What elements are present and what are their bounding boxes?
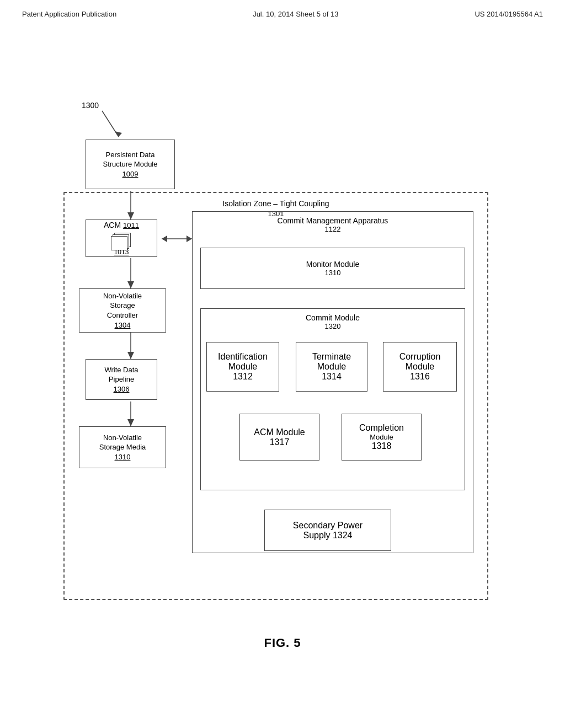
write-data-line2: Pipeline [109,374,134,384]
svg-line-0 [102,111,119,137]
sec-pwr-line2: Supply [303,531,331,540]
nv-ctrl-line3: Controller [107,311,138,320]
id-line2: Module [228,362,257,372]
monitor-module-box: Monitor Module 1310 [200,248,465,289]
sec-pwr-line1: Secondary Power [293,521,363,531]
acm-box: ACM 1011 1013 [86,220,157,257]
term-ref: 1314 [322,372,342,382]
monitor-module-label: Monitor Module [306,260,360,269]
commit-mgmt-outer-box: Commit Management Apparatus 1122 Monitor… [192,211,473,553]
diagram-container: 1300 Persistent Data Structure Module 10… [0,18,565,680]
nv-ctrl-ref: 1304 [115,320,131,330]
corr-ref: 1316 [410,372,430,382]
completion-box: Completion Module 1318 [342,414,422,461]
commit-module-label: Commit Module [201,313,465,322]
commit-mgmt-ref: 1122 [193,225,473,233]
identification-box: Identification Module 1312 [206,342,279,392]
write-data-line1: Write Data [104,365,138,375]
acm-icon [111,233,132,247]
persistent-data-ref: 1009 [122,169,138,179]
header-left: Patent Application Publication [22,10,116,18]
persistent-data-line2: Structure Module [103,159,158,169]
terminate-box: Terminate Module 1314 [296,342,367,392]
acm-module-box: ACM Module 1317 [239,414,319,461]
comp-line2: Module [370,433,393,441]
comp-line1: Completion [359,423,404,433]
comp-ref: 1318 [372,441,392,451]
id-line1: Identification [218,352,268,362]
commit-module-title: Commit Module 1320 [201,309,465,330]
write-data-box: Write Data Pipeline 1306 [86,359,157,400]
nv-controller-box: Non-Volatile Storage Controller 1304 [79,288,166,333]
header-middle: Jul. 10, 2014 Sheet 5 of 13 [253,10,338,18]
page-header: Patent Application Publication Jul. 10, … [0,0,565,18]
monitor-module-ref: 1310 [325,269,341,277]
header-right: US 2014/0195564 A1 [475,10,543,18]
persistent-data-box: Persistent Data Structure Module 1009 [86,140,175,189]
secondary-power-box: Secondary Power Supply 1324 [264,510,391,551]
acm-mod-ref: 1317 [270,437,290,447]
isolation-zone-title-text: Isolation Zone – Tight Coupling [222,199,329,208]
acm-mod-line1: ACM Module [254,427,305,437]
nv-media-line1: Non-Volatile [103,433,142,443]
sec-pwr-ref: 1324 [333,531,353,540]
nv-media-line2: Storage Media [99,442,146,452]
term-line2: Module [317,362,346,372]
term-line1: Terminate [312,352,351,362]
nv-media-box: Non-Volatile Storage Media 1310 [79,426,166,468]
commit-module-ref: 1320 [201,322,465,330]
svg-marker-1 [115,131,122,137]
corr-line1: Corruption [399,352,441,362]
id-ref: 1312 [233,372,253,382]
nv-media-ref: 1310 [115,452,131,462]
corr-line2: Module [406,362,434,372]
corruption-box: Corruption Module 1316 [383,342,457,392]
write-data-ref: 1306 [114,384,130,394]
acm-ref: 1011 [123,221,139,231]
nv-ctrl-line2: Storage [110,301,135,311]
commit-module-box: Commit Module 1320 Identification Module… [200,308,465,490]
commit-mgmt-title: Commit Management Apparatus 1122 [193,212,473,233]
persistent-data-line1: Persistent Data [106,150,155,160]
nv-ctrl-line1: Non-Volatile [103,291,142,301]
acm-label: ACM [104,220,121,231]
ref-1300-label: 1300 [82,101,99,110]
commit-mgmt-line1: Commit Management Apparatus [193,216,473,225]
